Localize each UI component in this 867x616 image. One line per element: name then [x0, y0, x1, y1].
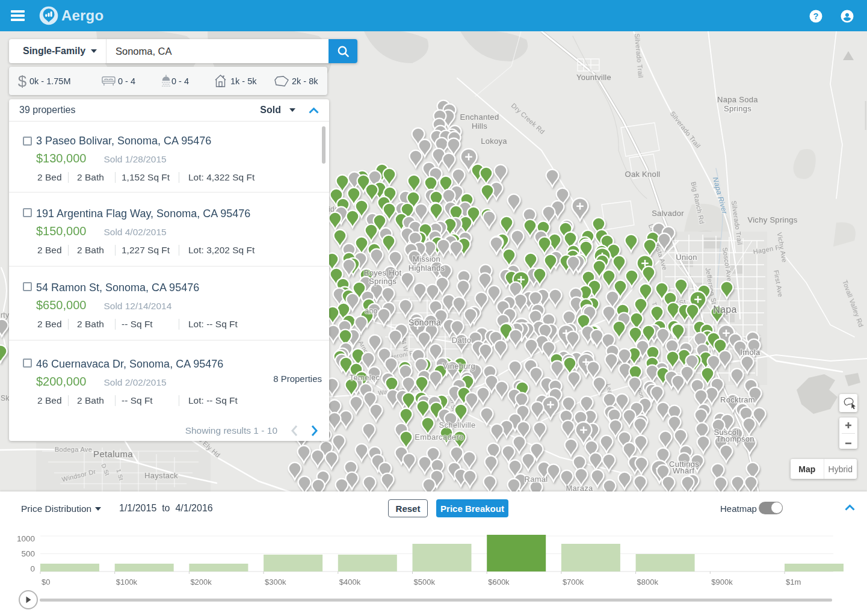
svg-text:Rocktram: Rocktram [720, 395, 755, 404]
svg-text:Springs: Springs [369, 277, 396, 286]
svg-text:Boyes Hot: Boyes Hot [364, 268, 402, 277]
svg-text:Ramal: Ramal [524, 475, 548, 484]
svg-text:Highlands: Highlands [409, 263, 445, 273]
svg-text:Vichy Springs: Vichy Springs [747, 215, 797, 224]
svg-text:Imola: Imola [740, 348, 761, 357]
svg-text:Yountville: Yountville [576, 73, 611, 82]
svg-text:ano: ano [365, 307, 378, 315]
svg-text:Bodega Ave: Bodega Ave [55, 446, 92, 453]
svg-text:?: ? [813, 11, 819, 21]
svg-text:Napa Soda: Napa Soda [717, 95, 758, 104]
svg-text:Sonoma: Sonoma [409, 318, 441, 327]
svg-text:Petaluma: Petaluma [93, 449, 133, 459]
svg-text:Lokoya: Lokoya [481, 137, 507, 146]
svg-text:Vineburg: Vineburg [443, 362, 475, 371]
svg-text:Mission: Mission [413, 254, 440, 263]
svg-text:Embarcadero: Embarcadero [415, 433, 463, 442]
svg-text:rty: rty [1, 311, 9, 319]
svg-text:Hills: Hills [472, 122, 487, 131]
svg-text:Temelec: Temelec [350, 373, 380, 382]
svg-text:Haystack: Haystack [144, 471, 178, 480]
svg-text:Schellville: Schellville [439, 420, 475, 430]
svg-text:Datto: Datto [452, 336, 472, 345]
svg-text:$: $ [18, 72, 26, 90]
svg-text:Springs: Springs [724, 104, 751, 113]
svg-text:Enchanted: Enchanted [460, 112, 499, 122]
svg-text:Oak Knoll: Oak Knoll [625, 170, 660, 179]
svg-text:Napa: Napa [713, 304, 736, 315]
svg-text:Union: Union [676, 253, 697, 262]
svg-text:Wharf: Wharf [673, 466, 694, 475]
svg-text:Salvador: Salvador [652, 209, 684, 218]
svg-text:Thompson: Thompson [716, 434, 754, 443]
